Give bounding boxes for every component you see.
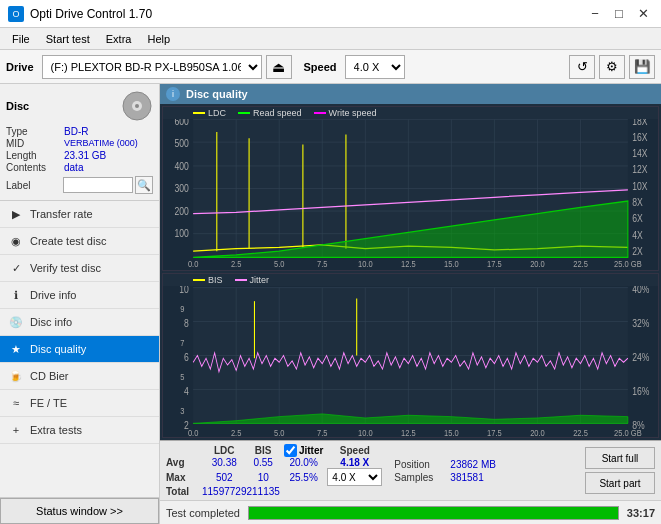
toolbar: Drive (F:) PLEXTOR BD-R PX-LB950SA 1.06 … — [0, 50, 661, 84]
svg-text:20.0: 20.0 — [530, 427, 545, 437]
svg-text:7: 7 — [180, 337, 184, 348]
svg-text:0.0: 0.0 — [188, 427, 199, 437]
bottom-strip: Test completed 33:17 — [160, 500, 661, 524]
length-val: 23.31 GB — [64, 150, 153, 161]
nav-create-test-disc-label: Create test disc — [30, 235, 106, 247]
status-window-button[interactable]: Status window >> — [0, 498, 159, 524]
config-button[interactable]: ⚙ — [599, 55, 625, 79]
nav-transfer-rate[interactable]: ▶ Transfer rate — [0, 201, 159, 228]
stats-area: LDC BIS Jitter Speed Avg 30.38 — [160, 440, 661, 500]
svg-text:6: 6 — [184, 351, 189, 363]
svg-text:4: 4 — [184, 385, 189, 397]
drive-select[interactable]: (F:) PLEXTOR BD-R PX-LB950SA 1.06 — [42, 55, 262, 79]
legend-bis: BIS — [193, 275, 223, 285]
nav-drive-info[interactable]: ℹ Drive info — [0, 282, 159, 309]
svg-text:400: 400 — [174, 161, 188, 172]
svg-text:24%: 24% — [632, 351, 649, 363]
svg-text:20.0: 20.0 — [530, 260, 545, 270]
titlebar-left: O Opti Drive Control 1.70 — [8, 6, 152, 22]
close-button[interactable]: ✕ — [633, 5, 653, 23]
svg-text:2X: 2X — [632, 246, 643, 257]
extra-tests-icon: + — [8, 422, 24, 438]
label-input[interactable] — [63, 177, 133, 193]
titlebar-controls: − □ ✕ — [585, 5, 653, 23]
jitter-color — [235, 279, 247, 281]
refresh-button[interactable]: ↺ — [569, 55, 595, 79]
svg-text:100: 100 — [174, 229, 188, 240]
svg-text:5.0: 5.0 — [274, 260, 285, 270]
label-key: Label — [6, 180, 63, 191]
quality-header-bar: i Disc quality — [160, 84, 661, 104]
nav-extra-tests[interactable]: + Extra tests — [0, 417, 159, 444]
quality-header-icon: i — [166, 87, 180, 101]
label-search-button[interactable]: 🔍 — [135, 176, 153, 194]
type-val: BD-R — [64, 126, 153, 137]
minimize-button[interactable]: − — [585, 5, 605, 23]
stats-header-row: LDC BIS Jitter Speed — [166, 444, 382, 457]
total-label: Total — [166, 486, 202, 497]
start-full-button[interactable]: Start full — [585, 447, 655, 469]
max-speed-select-cell[interactable]: 4.0 X — [327, 468, 382, 486]
svg-text:10X: 10X — [632, 181, 648, 192]
svg-text:5: 5 — [180, 371, 184, 382]
speed-select[interactable]: 4.0 X — [345, 55, 405, 79]
svg-text:200: 200 — [174, 206, 188, 217]
avg-ldc-val: 30.38 — [202, 457, 247, 468]
save-button[interactable]: 💾 — [629, 55, 655, 79]
nav-verify-test-disc[interactable]: ✓ Verify test disc — [0, 255, 159, 282]
disc-quality-icon: ★ — [8, 341, 24, 357]
contents-val: data — [64, 162, 153, 173]
eject-button[interactable]: ⏏ — [266, 55, 292, 79]
progress-bar — [248, 506, 619, 520]
disc-header: Disc — [6, 90, 153, 122]
status-completed-text: Test completed — [166, 507, 240, 519]
type-key: Type — [6, 126, 64, 137]
svg-text:2.5: 2.5 — [231, 427, 242, 437]
svg-text:22.5: 22.5 — [573, 427, 588, 437]
svg-text:4X: 4X — [632, 230, 643, 241]
nav-fe-te[interactable]: ≈ FE / TE — [0, 390, 159, 417]
position-val: 23862 MB — [450, 459, 496, 470]
menu-start-test[interactable]: Start test — [38, 31, 98, 47]
writespeed-color — [314, 112, 326, 114]
stats-jitter-checkbox-cell[interactable]: Jitter — [280, 444, 327, 457]
menu-help[interactable]: Help — [139, 31, 178, 47]
writespeed-label: Write speed — [329, 108, 377, 118]
app-title: Opti Drive Control 1.70 — [30, 7, 152, 21]
sidebar: Disc Type BD-R MID VERBATIMe (000) Lengt… — [0, 84, 160, 524]
nav-items: ▶ Transfer rate ◉ Create test disc ✓ Ver… — [0, 201, 159, 497]
max-speed-select[interactable]: 4.0 X — [327, 468, 382, 486]
bis-label: BIS — [208, 275, 223, 285]
verify-disc-icon: ✓ — [8, 260, 24, 276]
nav-disc-quality[interactable]: ★ Disc quality — [0, 336, 159, 363]
nav-disc-info[interactable]: 💿 Disc info — [0, 309, 159, 336]
nav-transfer-rate-label: Transfer rate — [30, 208, 93, 220]
svg-text:10.0: 10.0 — [358, 260, 373, 270]
start-part-button[interactable]: Start part — [585, 472, 655, 494]
bottom-chart-legend: BIS Jitter — [163, 274, 658, 286]
svg-text:2.5: 2.5 — [231, 260, 242, 270]
svg-text:3: 3 — [180, 405, 184, 416]
svg-text:12.5: 12.5 — [401, 427, 416, 437]
total-bis-val: 211135 — [247, 486, 280, 497]
max-ldc-val: 502 — [202, 468, 247, 486]
nav-create-test-disc[interactable]: ◉ Create test disc — [0, 228, 159, 255]
svg-text:7.5: 7.5 — [317, 427, 328, 437]
menu-extra[interactable]: Extra — [98, 31, 140, 47]
menu-file[interactable]: File — [4, 31, 38, 47]
nav-disc-quality-label: Disc quality — [30, 343, 86, 355]
svg-text:10.0: 10.0 — [358, 427, 373, 437]
disc-length-row: Length 23.31 GB — [6, 150, 153, 161]
svg-text:12X: 12X — [632, 165, 648, 176]
bottom-chart-svg: 10 8 6 4 2 9 7 5 3 40% 32% 24% 16% 8% — [163, 274, 658, 437]
svg-text:17.5: 17.5 — [487, 260, 502, 270]
maximize-button[interactable]: □ — [609, 5, 629, 23]
time-display: 33:17 — [627, 507, 655, 519]
nav-cd-bier[interactable]: 🍺 CD Bier — [0, 363, 159, 390]
main: Disc Type BD-R MID VERBATIMe (000) Lengt… — [0, 84, 661, 524]
svg-text:5.0: 5.0 — [274, 427, 285, 437]
top-chart-svg: 600 500 400 300 200 100 18X 16X 14X 12X … — [163, 107, 658, 270]
svg-text:500: 500 — [174, 139, 188, 150]
jitter-checkbox-label: Jitter — [299, 445, 323, 456]
jitter-checkbox[interactable] — [284, 444, 297, 457]
